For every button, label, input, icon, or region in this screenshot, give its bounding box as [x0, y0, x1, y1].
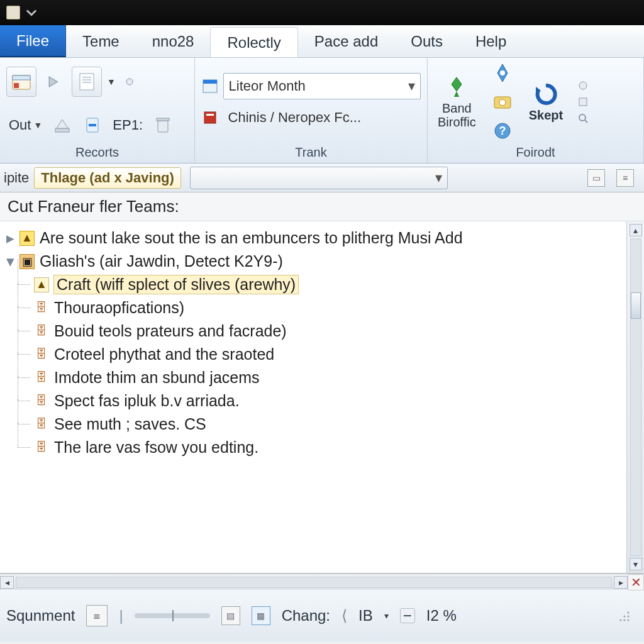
- tree-child-2[interactable]: 🗄 Bouid teols prateurs and facrade): [34, 319, 624, 343]
- out-label: Out: [9, 117, 31, 133]
- svg-point-24: [579, 114, 586, 121]
- tree-child-7[interactable]: 🗄 The lare vas fsow you edting.: [34, 436, 624, 459]
- group-label-recorts: Recorts: [6, 143, 188, 163]
- alert-icon: ▲: [34, 277, 49, 292]
- scroll-up-icon[interactable]: ▴: [630, 224, 642, 236]
- zoom-slider-left[interactable]: [135, 613, 210, 618]
- quick-access-icon[interactable]: [25, 6, 38, 19]
- resize-grip-icon[interactable]: [613, 603, 638, 628]
- status-view2-icon[interactable]: ▤: [221, 606, 240, 625]
- list-pane-icon[interactable]: ≡: [616, 169, 634, 187]
- svg-rect-2: [14, 83, 19, 88]
- band-button[interactable]: BandBiroffic: [434, 75, 480, 129]
- svg-rect-14: [203, 80, 217, 84]
- lens-small-icon[interactable]: [577, 112, 589, 125]
- camera-icon[interactable]: [490, 89, 515, 114]
- out-button[interactable]: Out ▼: [6, 117, 45, 133]
- status-chang: Chang:: [282, 607, 330, 625]
- tree-child-4[interactable]: 🗄 Imdote thim an sbund jacems: [34, 366, 624, 389]
- compass-icon[interactable]: [490, 60, 515, 86]
- tree-child-6-label: See muth ; saves. CS: [54, 415, 206, 433]
- tree-child-3[interactable]: 🗄 Croteel phythat and the sraoted: [34, 343, 624, 366]
- menu-item-paceadd[interactable]: Pace add: [298, 25, 394, 57]
- status-ib: IB: [358, 607, 373, 625]
- gear-small-icon[interactable]: [117, 69, 142, 94]
- book-icon: [201, 108, 219, 127]
- minimize-pane-icon[interactable]: ▭: [587, 169, 605, 187]
- svg-rect-8: [55, 128, 69, 132]
- status-zoom: I2 %: [426, 607, 457, 625]
- tree-child-0[interactable]: ▲ Craft (wiff splect of slives (arewhy): [34, 273, 624, 296]
- svg-point-26: [627, 611, 629, 613]
- tree-root-2[interactable]: ▾ ▣ Gliash's (air Jawdin, Detect K2Y9-): [6, 250, 624, 273]
- horizontal-scrollbar[interactable]: ◂ ▸ ✕: [0, 574, 644, 590]
- tree-root-2-label: Gliash's (air Jawdin, Detect K2Y9-): [40, 252, 283, 270]
- svg-point-31: [619, 619, 621, 621]
- circle-small-icon[interactable]: [577, 79, 589, 92]
- scroll-down-icon[interactable]: ▾: [630, 558, 642, 570]
- menu-item-help[interactable]: Help: [459, 25, 523, 57]
- hscroll-track[interactable]: [16, 577, 612, 588]
- status-view1-icon[interactable]: ≣: [86, 605, 108, 626]
- collapse-icon[interactable]: ▾: [6, 252, 14, 270]
- tree-child-1[interactable]: 🗄 Thouraopfications): [34, 296, 624, 319]
- calendar-icon[interactable]: [6, 67, 36, 97]
- sub-bar: ipite Thlage (ad x Javing) ▾ ▭ ≡: [0, 164, 644, 192]
- scroll-right-icon[interactable]: ▸: [614, 576, 628, 589]
- tree-child-2-label: Bouid teols prateurs and facrade): [54, 322, 287, 340]
- svg-rect-16: [206, 114, 214, 116]
- expand-icon[interactable]: ▸: [6, 229, 14, 247]
- trash-icon[interactable]: [150, 113, 175, 138]
- scroll-left-icon[interactable]: ◂: [0, 576, 14, 589]
- help-icon[interactable]: ?: [490, 118, 515, 143]
- combo-chinis[interactable]: Chinis / Neropex Fc...: [223, 104, 421, 131]
- tree-child-5[interactable]: 🗄 Spect fas ipluk b.v arriada.: [34, 389, 624, 413]
- svg-rect-12: [157, 118, 169, 121]
- svg-rect-10: [89, 124, 96, 126]
- menu-item-nno28[interactable]: nno28: [136, 25, 211, 57]
- dropdown-caret-icon[interactable]: ▼: [107, 77, 116, 87]
- menu-item-outs[interactable]: Outs: [394, 25, 459, 57]
- status-ib-caret-icon[interactable]: ▾: [384, 611, 389, 621]
- status-view3-icon[interactable]: ▦: [252, 606, 270, 625]
- status-prev-icon[interactable]: ⟨: [341, 607, 347, 625]
- combo1-text: Liteor Month: [229, 78, 306, 94]
- zoom-out-icon[interactable]: −: [400, 608, 415, 623]
- arrow-right-icon[interactable]: [42, 69, 67, 94]
- svg-point-17: [500, 70, 505, 75]
- svg-rect-11: [158, 121, 168, 132]
- skept-label: Skept: [529, 108, 563, 122]
- menu-item-rolectly[interactable]: Rolectly: [210, 27, 297, 57]
- menu-item-teme[interactable]: Teme: [66, 25, 136, 57]
- scroll-track[interactable]: [630, 238, 641, 556]
- subbar-combo[interactable]: ▾: [190, 167, 448, 189]
- status-bar: Squnment ≣ | ▤ ▦ Chang: ⟨ IB ▾ − I2 %: [0, 590, 644, 641]
- combo2-text: Chinis / Neropex Fc...: [228, 109, 362, 126]
- tree-child-5-label: Spect fas ipluk b.v arriada.: [54, 392, 240, 410]
- combo-liteor-month[interactable]: Liteor Month ▾: [223, 73, 421, 99]
- svg-rect-23: [579, 98, 587, 106]
- ribbon-group-trank: Liteor Month ▾ Chinis / Neropex Fc... Tr…: [195, 58, 428, 163]
- panel-title: Cut Franeur fler Teams:: [0, 192, 644, 221]
- close-pane-icon[interactable]: ✕: [628, 574, 644, 591]
- drawer-icon: 🗄: [34, 370, 49, 386]
- document-icon[interactable]: [72, 67, 102, 97]
- tree-root-1[interactable]: ▸ ▲ Are sount lake sout the is an embunc…: [6, 226, 624, 250]
- leaf-icon: [444, 75, 469, 100]
- scroll-thumb[interactable]: [631, 292, 641, 319]
- status-left: Squnment: [6, 607, 75, 625]
- tree-child-6[interactable]: 🗄 See muth ; saves. CS: [34, 413, 624, 436]
- skept-button[interactable]: Skept: [525, 82, 567, 122]
- file-menu[interactable]: Filee: [0, 25, 66, 57]
- tree-view[interactable]: ▸ ▲ Are sount lake sout the is an embunc…: [0, 221, 626, 573]
- warning-icon: ▲: [19, 231, 35, 246]
- temple-icon[interactable]: [50, 113, 75, 138]
- group-label-trank: Trank: [201, 143, 421, 163]
- drawer-icon: 🗄: [34, 347, 49, 362]
- folder-icon: ▣: [19, 254, 35, 269]
- square-small-icon[interactable]: [577, 96, 589, 108]
- tree-root-1-label: Are sount lake sout the is an embuncers …: [40, 229, 463, 247]
- vertical-scrollbar[interactable]: ▴ ▾: [626, 221, 644, 573]
- subbar-tab[interactable]: Thlage (ad x Javing): [34, 167, 181, 189]
- badge-icon[interactable]: [80, 113, 105, 138]
